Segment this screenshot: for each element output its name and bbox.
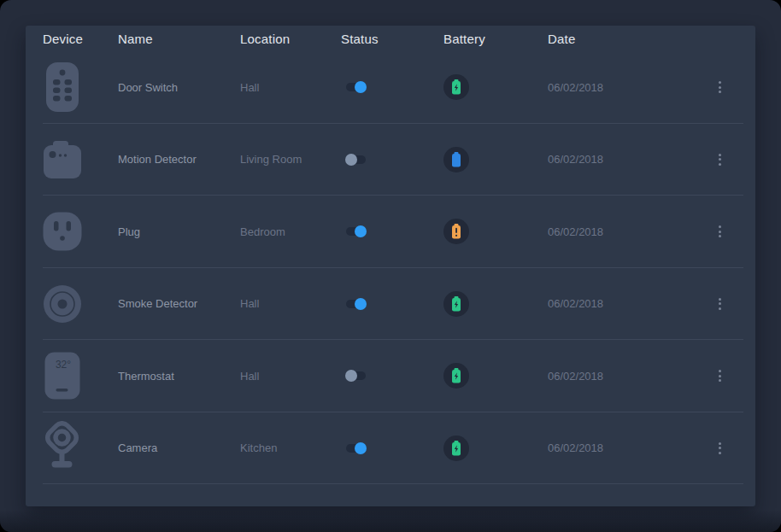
table-row: 32° Thermostat Hall 06/02/2018	[26, 340, 755, 412]
toggle-knob	[345, 154, 357, 166]
table-row: Smoke Detector Hall 06/02/2018	[26, 268, 755, 341]
status-toggle[interactable]	[346, 444, 366, 453]
device-name: Smoke Detector	[118, 297, 197, 310]
toggle-knob	[355, 81, 367, 93]
device-location: Hall	[240, 297, 259, 310]
device-date: 06/02/2018	[548, 370, 603, 383]
col-header-status: Status	[341, 32, 443, 46]
device-location: Bedroom	[240, 225, 285, 238]
status-toggle[interactable]	[346, 83, 366, 91]
device-table-card: Device Name Location Status Battery Date…	[26, 26, 755, 506]
battery-low-icon	[443, 219, 469, 244]
table-body: Door Switch Hall 06/02/2018 Motion Detec…	[26, 51, 755, 484]
table-row: Camera Kitchen 06/02/2018	[26, 412, 755, 485]
device-location: Kitchen	[240, 441, 277, 454]
col-header-device: Device	[43, 32, 118, 46]
device-date: 06/02/2018	[548, 153, 603, 166]
kebab-menu-icon[interactable]	[715, 366, 725, 385]
camera-icon	[42, 421, 83, 476]
device-date: 06/02/2018	[548, 225, 603, 238]
toggle-knob	[355, 298, 367, 310]
kebab-menu-icon[interactable]	[715, 150, 725, 169]
battery-full-icon	[443, 147, 469, 172]
plug-icon	[43, 212, 82, 251]
device-name: Plug	[118, 225, 140, 238]
remote-icon	[45, 61, 79, 113]
device-name: Thermostat	[118, 370, 174, 383]
table-row: Plug Bedroom 06/02/2018	[26, 196, 755, 268]
table-footer	[26, 484, 755, 506]
device-date: 06/02/2018	[548, 441, 603, 454]
device-location: Hall	[240, 370, 259, 383]
toggle-knob	[355, 225, 367, 237]
kebab-menu-icon[interactable]	[715, 78, 725, 96]
col-header-date: Date	[548, 32, 676, 46]
battery-charging-icon	[443, 74, 469, 100]
toggle-knob	[355, 442, 367, 454]
app-background: Device Name Location Status Battery Date…	[0, 0, 781, 532]
col-header-location: Location	[240, 32, 341, 46]
kebab-menu-icon[interactable]	[715, 295, 725, 313]
device-date: 06/02/2018	[548, 81, 603, 94]
device-date: 06/02/2018	[548, 297, 603, 310]
device-name: Door Switch	[118, 81, 178, 94]
thermostat-icon: 32°	[44, 352, 80, 400]
device-location: Hall	[240, 81, 259, 94]
device-location: Living Room	[240, 153, 302, 166]
battery-charging-icon	[443, 291, 469, 317]
status-toggle[interactable]	[346, 227, 366, 236]
col-header-battery: Battery	[443, 32, 548, 46]
table-header: Device Name Location Status Battery Date	[26, 26, 755, 51]
device-name: Camera	[118, 441, 157, 454]
table-row: Motion Detector Living Room 06/02/2018	[26, 124, 755, 196]
motion-detector-icon	[43, 141, 82, 178]
status-toggle[interactable]	[346, 155, 366, 164]
battery-charging-icon	[443, 436, 469, 461]
status-toggle[interactable]	[346, 300, 366, 308]
col-header-name: Name	[118, 32, 240, 46]
smoke-detector-icon	[43, 284, 82, 324]
status-toggle[interactable]	[346, 371, 366, 380]
kebab-menu-icon[interactable]	[715, 439, 725, 458]
kebab-menu-icon[interactable]	[715, 222, 725, 241]
device-name: Motion Detector	[118, 153, 197, 166]
battery-charging-icon	[443, 363, 469, 389]
toggle-knob	[345, 370, 357, 382]
table-row: Door Switch Hall 06/02/2018	[26, 51, 755, 124]
svg-text:32°: 32°	[56, 359, 71, 371]
